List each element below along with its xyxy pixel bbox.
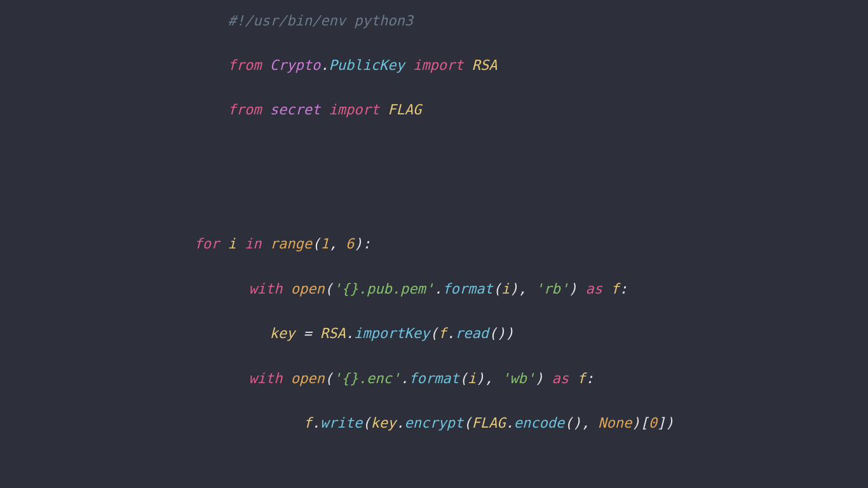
from-keyword-2: from (228, 102, 262, 118)
f-var-4: f (304, 415, 312, 431)
f-var-2: f (438, 325, 447, 341)
line-for: for i in range(1, 6): (194, 233, 674, 255)
line-key: key = RSA.importKey(f.read()) (194, 322, 674, 344)
write-method: write (320, 415, 362, 431)
read-method: read (455, 325, 489, 341)
as-keyword-1: as (585, 281, 602, 297)
line-with2: with open('{}.enc'.format(i), 'wb') as f… (194, 367, 674, 390)
publickey-class: PublicKey (329, 57, 405, 73)
flag-name-2: FLAG (471, 415, 505, 431)
num-1: 1 (320, 236, 329, 252)
none-keyword: None (598, 415, 632, 431)
string-wb: 'wb' (501, 370, 535, 386)
code-block: #!/usr/bin/env python3 from Crypto.Publi… (194, 10, 674, 479)
i-var: i (228, 236, 236, 252)
shebang-comment: #!/usr/bin/env python3 (228, 13, 413, 29)
for-keyword: for (194, 236, 220, 252)
line-empty2 (194, 188, 674, 210)
string-rb: 'rb' (535, 281, 569, 297)
f-var-3: f (577, 370, 585, 386)
key-var: key (270, 325, 295, 341)
encrypt-method: encrypt (405, 415, 464, 431)
rsa-name: RSA (472, 57, 498, 73)
open-builtin-1: open (291, 281, 325, 297)
in-keyword: in (245, 236, 262, 252)
line-import2: from secret import FLAG (194, 98, 674, 121)
from-keyword-1: from (228, 57, 262, 73)
num-6: 6 (346, 236, 354, 252)
with-keyword-2: with (249, 370, 283, 386)
line-import1: from Crypto.PublicKey import RSA (194, 54, 674, 76)
f-var-1: f (611, 281, 619, 297)
as-keyword-2: as (552, 370, 569, 386)
range-builtin: range (270, 236, 312, 252)
line-write: f.write(key.encrypt(FLAG.encode(), None)… (194, 412, 674, 434)
num-0: 0 (649, 415, 657, 431)
string-pub-pem: '{}.pub.pem' (333, 281, 434, 297)
format-method-2: format (409, 370, 459, 386)
flag-name: FLAG (388, 102, 421, 118)
format-method-1: format (442, 281, 492, 297)
with-keyword-1: with (249, 281, 283, 297)
string-enc: '{}.enc' (333, 370, 400, 386)
importkey-method: importKey (354, 325, 430, 341)
line-shebang: #!/usr/bin/env python3 (194, 10, 674, 32)
line-empty1 (194, 144, 674, 166)
i-var-2: i (501, 281, 510, 297)
open-builtin-2: open (291, 370, 325, 386)
line-with1: with open('{}.pub.pem'.format(i), 'rb') … (194, 278, 674, 300)
i-var-3: i (468, 370, 476, 386)
code-container: #!/usr/bin/env python3 from Crypto.Publi… (156, 0, 712, 488)
rsa-name-2: RSA (320, 325, 346, 341)
secret-module: secret (270, 102, 320, 118)
import-keyword-2: import (329, 102, 379, 118)
key-var-2: key (371, 415, 397, 431)
crypto-module: Crypto (270, 57, 320, 73)
import-keyword-1: import (413, 57, 463, 73)
encode-method: encode (514, 415, 564, 431)
